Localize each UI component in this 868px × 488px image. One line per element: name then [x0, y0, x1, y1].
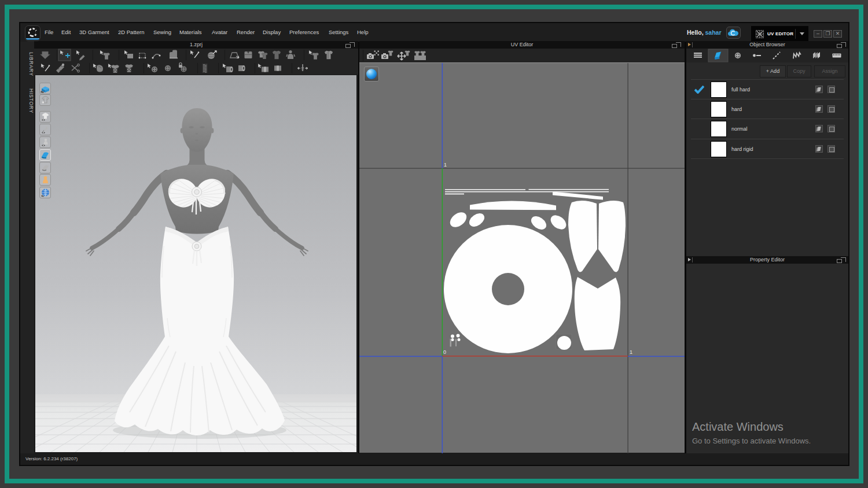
svg-text:0: 0	[443, 349, 446, 355]
svg-text:1: 1	[630, 349, 632, 355]
svg-text:1: 1	[444, 162, 447, 168]
